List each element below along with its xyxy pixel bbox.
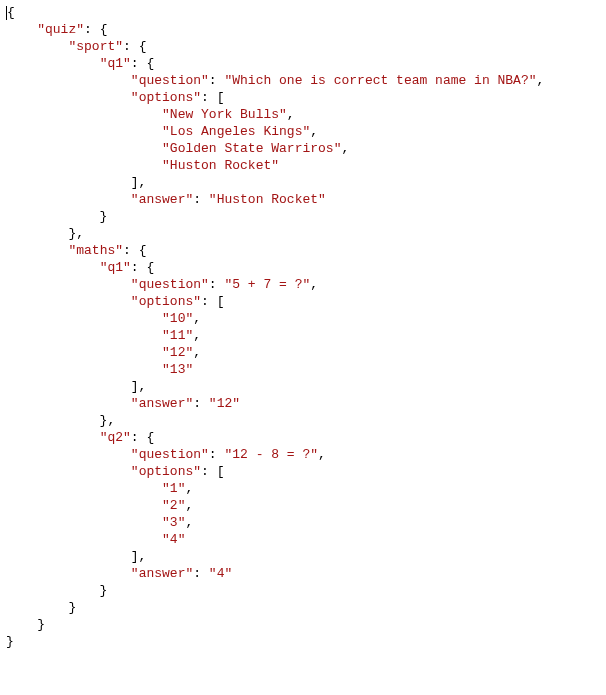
code-line: }, xyxy=(6,226,84,241)
code-line: "2", xyxy=(6,498,193,513)
string-token: "options" xyxy=(131,464,201,479)
code-line: ], xyxy=(6,549,146,564)
punct-token: : [ xyxy=(201,294,224,309)
punct-token: , xyxy=(185,515,193,530)
code-line: "11", xyxy=(6,328,201,343)
code-line: } xyxy=(6,617,45,632)
punct-token xyxy=(6,311,162,326)
string-token: "quiz" xyxy=(37,22,84,37)
punct-token xyxy=(6,328,162,343)
punct-token: } xyxy=(6,634,14,649)
string-token: "q2" xyxy=(100,430,131,445)
code-line: "maths": { xyxy=(6,243,146,258)
punct-token: : xyxy=(193,566,209,581)
code-line: "question": "5 + 7 = ?", xyxy=(6,277,318,292)
punct-token xyxy=(6,345,162,360)
punct-token xyxy=(6,90,131,105)
punct-token: : { xyxy=(123,243,146,258)
punct-token xyxy=(6,141,162,156)
code-line: ], xyxy=(6,379,146,394)
string-token: "1" xyxy=(162,481,185,496)
punct-token xyxy=(6,39,68,54)
string-token: "Which one is correct team name in NBA?" xyxy=(224,73,536,88)
string-token: "options" xyxy=(131,294,201,309)
string-token: "5 + 7 = ?" xyxy=(224,277,310,292)
punct-token xyxy=(6,515,162,530)
punct-token: : xyxy=(209,73,225,88)
punct-token: : { xyxy=(84,22,107,37)
punct-token xyxy=(6,158,162,173)
punct-token: ], xyxy=(6,549,146,564)
code-line: "question": "12 - 8 = ?", xyxy=(6,447,326,462)
code-line: "Los Angeles Kings", xyxy=(6,124,318,139)
code-line: "answer": "Huston Rocket" xyxy=(6,192,326,207)
code-line: } xyxy=(6,600,76,615)
punct-token: , xyxy=(310,277,318,292)
punct-token: , xyxy=(193,311,201,326)
code-line: } xyxy=(6,209,107,224)
string-token: "New York Bulls" xyxy=(162,107,287,122)
punct-token: : [ xyxy=(201,90,224,105)
string-token: "answer" xyxy=(131,566,193,581)
code-line: "Golden State Warriros", xyxy=(6,141,349,156)
string-token: "Huston Rocket" xyxy=(209,192,326,207)
string-token: "answer" xyxy=(131,396,193,411)
string-token: "question" xyxy=(131,73,209,88)
punct-token xyxy=(6,260,100,275)
punct-token xyxy=(6,192,131,207)
code-line: "question": "Which one is correct team n… xyxy=(6,73,544,88)
punct-token xyxy=(6,481,162,496)
string-token: "10" xyxy=(162,311,193,326)
punct-token xyxy=(6,566,131,581)
punct-token xyxy=(6,430,100,445)
punct-token: } xyxy=(6,600,76,615)
string-token: "answer" xyxy=(131,192,193,207)
string-token: "sport" xyxy=(68,39,123,54)
string-token: "12" xyxy=(209,396,240,411)
code-line: "3", xyxy=(6,515,193,530)
punct-token xyxy=(6,56,100,71)
code-line: "Huston Rocket" xyxy=(6,158,279,173)
punct-token xyxy=(6,294,131,309)
code-line: "12", xyxy=(6,345,201,360)
code-line: } xyxy=(6,634,14,649)
string-token: "options" xyxy=(131,90,201,105)
string-token: "q1" xyxy=(100,260,131,275)
code-line: "options": [ xyxy=(6,90,224,105)
code-line: "4" xyxy=(6,532,185,547)
string-token: "12 - 8 = ?" xyxy=(224,447,318,462)
code-line: "answer": "12" xyxy=(6,396,240,411)
code-line: } xyxy=(6,583,107,598)
code-line: "New York Bulls", xyxy=(6,107,295,122)
punct-token: } xyxy=(6,209,107,224)
punct-token: , xyxy=(185,481,193,496)
punct-token: } xyxy=(6,617,45,632)
punct-token xyxy=(6,124,162,139)
punct-token xyxy=(6,532,162,547)
string-token: "4" xyxy=(209,566,232,581)
punct-token: : xyxy=(193,192,209,207)
string-token: "maths" xyxy=(68,243,123,258)
punct-token: }, xyxy=(6,413,115,428)
punct-token xyxy=(6,362,162,377)
punct-token: } xyxy=(6,583,107,598)
json-code-block[interactable]: { "quiz": { "sport": { "q1": { "question… xyxy=(0,0,606,650)
string-token: "4" xyxy=(162,532,185,547)
punct-token: : xyxy=(209,447,225,462)
punct-token: , xyxy=(310,124,318,139)
punct-token: : { xyxy=(131,56,154,71)
code-line: "13" xyxy=(6,362,193,377)
string-token: "3" xyxy=(162,515,185,530)
string-token: "Huston Rocket" xyxy=(162,158,279,173)
punct-token: , xyxy=(193,328,201,343)
string-token: "13" xyxy=(162,362,193,377)
code-line: "quiz": { xyxy=(6,22,107,37)
punct-token xyxy=(6,22,37,37)
punct-token: : { xyxy=(131,260,154,275)
punct-token: , xyxy=(318,447,326,462)
string-token: "Golden State Warriros" xyxy=(162,141,341,156)
punct-token: }, xyxy=(6,226,84,241)
string-token: "question" xyxy=(131,277,209,292)
string-token: "2" xyxy=(162,498,185,513)
code-line: "q1": { xyxy=(6,260,154,275)
